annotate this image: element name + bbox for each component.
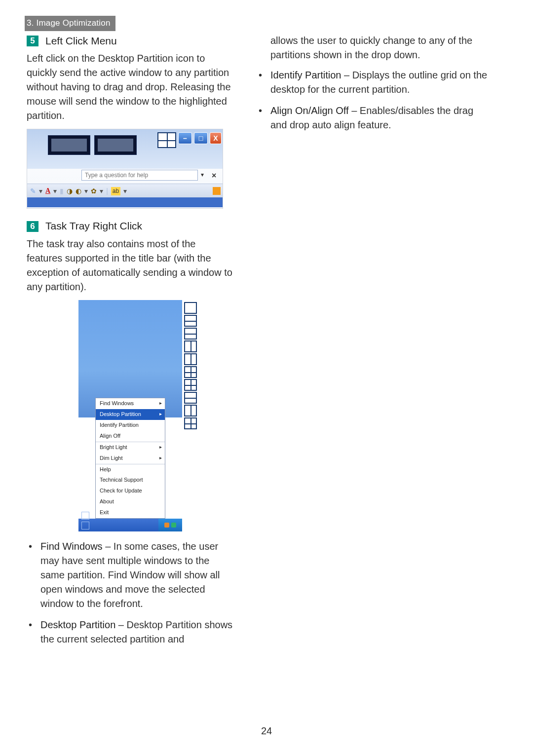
quicklaunch-icon[interactable] — [81, 522, 89, 529]
bullet-desktop-partition: Desktop Partition – Desktop Partition sh… — [40, 618, 234, 646]
shot1-statusbar — [27, 197, 223, 207]
step5-heading: 5 Left Click Menu — [27, 34, 234, 48]
shot2-taskbar — [78, 519, 182, 531]
bullet-align-on-off: Align On/Align Off – Enables/disables th… — [270, 104, 489, 132]
desktop-partition-continuation: allows the user to quickly change to any… — [270, 34, 489, 62]
left-column: 5 Left Click Menu Left click on the Desk… — [27, 34, 234, 653]
partition-option-icon[interactable] — [184, 340, 197, 352]
menu-item-about[interactable]: About — [96, 496, 165, 507]
insert-icon[interactable]: ◐ — [76, 186, 81, 196]
insert-icon[interactable]: ✿ — [91, 186, 97, 196]
bullet-term: Find Windows — [40, 541, 103, 552]
quicklaunch-icon[interactable] — [81, 512, 89, 520]
system-tray — [158, 519, 182, 531]
partition-preview-icon — [94, 135, 137, 155]
step6-heading: 6 Task Tray Right Click — [27, 219, 234, 233]
insert-icon[interactable]: ◑ — [67, 186, 73, 196]
bullet-identify-partition: Identify Partition – Displays the outlin… — [270, 68, 489, 97]
step6-paragraph: The task tray also contains most of the … — [27, 237, 234, 294]
step5-paragraph: Left click on the Desktop Partition icon… — [27, 51, 234, 123]
close-button[interactable]: X — [210, 132, 222, 144]
partition-option-icon[interactable] — [184, 302, 197, 314]
menu-item-help[interactable]: Help — [96, 464, 165, 475]
shot1-formatting-toolbar: ✎▾ A▾ ▮ ◑ ◐▾ ✿▾ | ab▾ — [27, 184, 223, 198]
menu-item-identify-partition[interactable]: Identify Partition — [96, 420, 165, 431]
minimize-button[interactable]: – — [178, 132, 192, 144]
tray-icon[interactable] — [164, 523, 169, 528]
screenshot-left-click-menu: – □ X ▾ × ✎▾ A▾ ▮ ◑ ◐▾ ✿▾ | ab▾ — [27, 129, 223, 209]
menu-item-exit[interactable]: Exit — [96, 507, 165, 518]
screenshot-task-tray-menu: Find Windows Desktop Partition Identify … — [78, 300, 182, 531]
bullet-term: Desktop Partition — [40, 619, 115, 630]
menu-group: Help Technical Support Check for Update … — [96, 464, 165, 519]
partition-option-icon[interactable] — [184, 405, 197, 416]
partition-option-icon[interactable] — [184, 366, 197, 378]
page: 3. Image Optimization 5 Left Click Menu … — [0, 0, 533, 756]
partition-option-icon[interactable] — [184, 379, 197, 391]
right-column: allows the user to quickly change to any… — [257, 34, 489, 139]
tray-icon[interactable] — [171, 523, 176, 528]
step6-number-badge: 6 — [27, 221, 38, 232]
menu-item-dim-light[interactable]: Dim Light — [96, 453, 165, 464]
step5-number-badge: 5 — [27, 36, 38, 46]
partition-option-strip — [184, 302, 197, 429]
partition-option-icon[interactable] — [184, 392, 197, 404]
left-bullet-list: Find Windows – In some cases, the user m… — [27, 539, 234, 646]
step6-title: Task Tray Right Click — [45, 219, 142, 233]
menu-item-align-off[interactable]: Align Off — [96, 431, 165, 442]
bullet-find-windows: Find Windows – In some cases, the user m… — [40, 539, 234, 611]
maximize-button[interactable]: □ — [194, 132, 208, 144]
desktop-partition-icon[interactable] — [157, 132, 176, 148]
context-menu: Find Windows Desktop Partition Identify … — [95, 398, 165, 519]
menu-item-technical-support[interactable]: Technical Support — [96, 475, 165, 486]
partition-option-icon[interactable] — [184, 417, 197, 429]
partition-option-icon[interactable] — [184, 315, 197, 327]
page-number: 24 — [0, 724, 533, 738]
help-close-icon[interactable]: × — [212, 170, 216, 181]
partition-option-icon[interactable] — [184, 328, 197, 340]
menu-item-check-for-update[interactable]: Check for Update — [96, 486, 165, 496]
font-color-button[interactable]: A — [45, 186, 50, 196]
bullet-term: Align On/Align Off — [270, 105, 349, 116]
partition-preview-icon — [48, 135, 90, 155]
highlight-button[interactable]: ab — [111, 187, 120, 195]
help-dropdown-icon[interactable]: ▾ — [201, 171, 204, 179]
menu-group: Bright Light Dim Light — [96, 442, 165, 464]
help-search-input[interactable] — [81, 170, 198, 181]
toolbar-overflow-icon[interactable] — [213, 187, 221, 195]
bullet-term: Identify Partition — [270, 70, 341, 80]
shot1-titlebar: – □ X — [27, 129, 223, 169]
right-bullet-list: Identify Partition – Displays the outlin… — [257, 68, 489, 132]
menu-item-desktop-partition[interactable]: Desktop Partition — [96, 409, 165, 420]
partition-option-icon[interactable] — [184, 353, 197, 365]
brush-icon[interactable]: ✎ — [30, 186, 36, 196]
menu-group: Find Windows Desktop Partition Identify … — [96, 398, 165, 442]
menu-item-bright-light[interactable]: Bright Light — [96, 442, 165, 453]
step5-title: Left Click Menu — [45, 34, 117, 48]
breadcrumb: 3. Image Optimization — [25, 16, 115, 31]
menu-item-find-windows[interactable]: Find Windows — [96, 398, 165, 409]
